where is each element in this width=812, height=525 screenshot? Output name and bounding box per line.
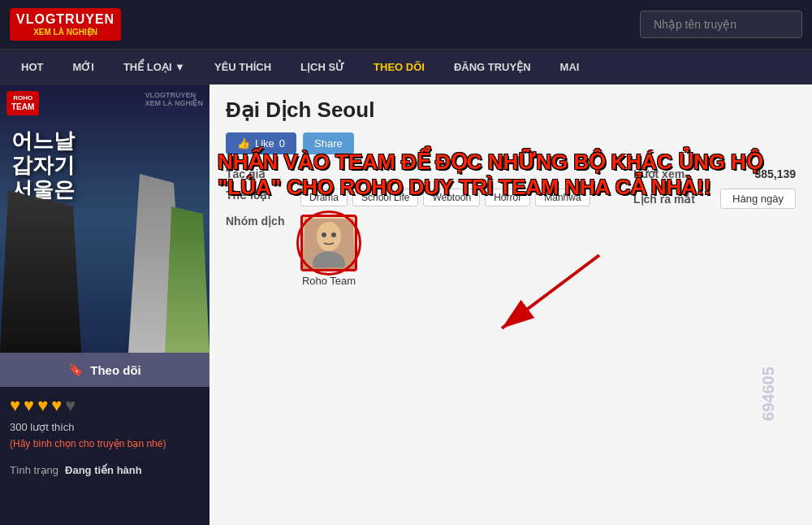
tag-horror[interactable]: Horror (485, 189, 530, 206)
nhom-dich-label: Nhóm dịch (226, 215, 291, 228)
logo[interactable]: VLOGTRUYEN XEM LÀ NGHIỆN (10, 8, 121, 40)
schedule-value: Hàng ngày (732, 193, 784, 205)
info-two-col: Tác giả Thể loại Drama School Life Webto… (226, 167, 796, 295)
manga-cover: ROHO TEAM VLOGTRUYENXEM LÀ NGHIỆN 어느날갑자기… (0, 85, 209, 353)
nav: HOT MỚI THỂ LOẠI ▼ YÊU THÍCH LỊCH SỬ THE… (0, 49, 812, 85)
cover-figures (80, 125, 209, 353)
tac-gia-label: Tác giả (226, 167, 291, 180)
tag-drama[interactable]: Drama (300, 189, 348, 206)
left-info: Tác giả Thể loại Drama School Life Webto… (226, 167, 617, 295)
header: VLOGTRUYEN XEM LÀ NGHIỆN (0, 0, 812, 49)
nhom-dich-row: Nhóm dịch (226, 215, 617, 287)
figure-left (0, 190, 81, 353)
manga-title: Đại Dịch Seoul (226, 98, 796, 123)
logo-main: VLOGTRUYEN (16, 11, 114, 27)
sidebar: ROHO TEAM VLOGTRUYENXEM LÀ NGHIỆN 어느날갑자기… (0, 85, 209, 525)
luot-xem-label: Lượt xem (633, 167, 685, 180)
logo-sub: XEM LÀ NGHIỆN (16, 28, 114, 37)
nav-the-loai[interactable]: THỂ LOẠI ▼ (109, 50, 200, 84)
status-row: Tình trạng Đang tiến hành (0, 458, 209, 483)
main-content: ROHO TEAM VLOGTRUYENXEM LÀ NGHIỆN 어느날갑자기… (0, 85, 812, 525)
nav-mai[interactable]: MAI (546, 50, 594, 84)
likes-text: 300 lượt thích (10, 421, 200, 433)
team-avatar-art (303, 217, 355, 269)
heart-5[interactable]: ♥ (65, 395, 76, 416)
right-info: Lượt xem 385,139 Lịch ra mắt Hàng ngày (633, 167, 796, 295)
cover-badge: ROHO TEAM (6, 91, 39, 115)
tinh-trang-value: Đang tiến hành (65, 464, 142, 476)
vote-text[interactable]: (Hãy bình chọn cho truyện bạn nhé) (10, 438, 200, 449)
bookmark-icon: 🔖 (68, 362, 84, 377)
hearts: ♥ ♥ ♥ ♥ ♥ (10, 395, 200, 416)
rating-section: ♥ ♥ ♥ ♥ ♥ 300 lượt thích (Hãy bình chọn … (0, 387, 209, 458)
team-name: Roho Team (300, 275, 357, 287)
info-section: Tác giả Thể loại Drama School Life Webto… (226, 167, 796, 295)
tag-webtoon[interactable]: Webtoon (423, 189, 480, 206)
action-buttons: 👍 Like 0 Share (226, 132, 796, 154)
like-label: Like (255, 137, 274, 150)
luot-xem-value: 385,139 (754, 167, 796, 180)
views-row: Lượt xem 385,139 (633, 167, 796, 180)
nav-lich-su[interactable]: LỊCH SỬ (286, 50, 359, 84)
cover-art: ROHO TEAM VLOGTRUYENXEM LÀ NGHIỆN 어느날갑자기… (0, 85, 209, 353)
content-area: Đại Dịch Seoul 👍 Like 0 Share NHẤN VÀO T… (209, 85, 812, 525)
heart-2[interactable]: ♥ (24, 395, 34, 416)
like-count: 0 (279, 137, 285, 150)
schedule-button[interactable]: Hàng ngày (720, 189, 796, 209)
share-label: Share (314, 137, 343, 150)
tac-gia-row: Tác giả (226, 167, 617, 180)
like-button[interactable]: 👍 Like 0 (226, 132, 296, 154)
cover-title-korean: 어느날갑자기서울은 (11, 129, 75, 202)
team-avatar-container: Roho Team (300, 215, 357, 287)
team-avatar[interactable] (300, 215, 357, 271)
follow-label: Theo dõi (90, 363, 141, 377)
tinh-trang-label: Tình trạng (10, 464, 58, 476)
nav-moi[interactable]: MỚI (58, 50, 108, 84)
logo-area: VLOGTRUYEN XEM LÀ NGHIỆN (10, 8, 121, 40)
tag-school-life[interactable]: School Life (352, 189, 418, 206)
heart-3[interactable]: ♥ (37, 395, 48, 416)
nav-theo-doi[interactable]: THEO DÕI (359, 50, 439, 84)
schedule-row: Lịch ra mắt Hàng ngày (633, 189, 796, 209)
follow-button[interactable]: 🔖 Theo dõi (0, 353, 209, 387)
thumbs-up-icon: 👍 (237, 137, 250, 150)
svg-point-5 (322, 232, 326, 237)
the-loai-label: Thể loại (226, 189, 291, 202)
watermark-number: 694605 (759, 367, 778, 421)
tags-row: Drama School Life Webtoon Horror Manhwa (300, 189, 590, 206)
team-section: Roho Team (300, 215, 357, 287)
share-button[interactable]: Share (303, 132, 354, 154)
heart-4[interactable]: ♥ (51, 395, 62, 416)
nav-hot[interactable]: HOT (6, 50, 58, 84)
cover-watermark: VLOGTRUYENXEM LÀ NGHIỆN (145, 91, 203, 107)
heart-1[interactable]: ♥ (10, 395, 20, 416)
nav-yeu-thich[interactable]: YÊU THÍCH (200, 50, 286, 84)
svg-point-6 (331, 232, 336, 237)
svg-point-3 (317, 222, 341, 251)
lich-ra-mat-label: Lịch ra mắt (633, 193, 695, 206)
search-input[interactable] (640, 11, 802, 38)
the-loai-row: Thể loại Drama School Life Webtoon Horro… (226, 189, 617, 206)
nav-dang-truyen[interactable]: ĐĂNG TRUYỆN (439, 50, 546, 84)
tag-manhwa[interactable]: Manhwa (535, 189, 590, 206)
